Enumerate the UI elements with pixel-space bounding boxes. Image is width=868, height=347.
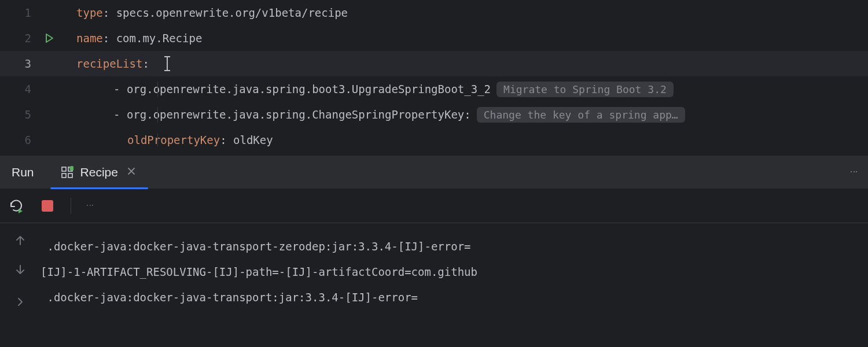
line-number: 2 [25, 32, 31, 45]
code-content[interactable]: - org.openrewrite.java.spring.ChangeSpri… [65, 107, 868, 123]
up-arrow-icon[interactable] [14, 235, 26, 249]
svg-rect-0 [62, 167, 66, 171]
line-number: 1 [25, 6, 31, 19]
panel-more-icon[interactable]: ⋮ [849, 168, 859, 177]
line-number: 3 [25, 57, 31, 70]
run-config-tab[interactable]: Recipe [50, 156, 148, 189]
code-content[interactable]: name: com.my.Recipe [65, 32, 868, 45]
toolbar-separator [71, 198, 71, 214]
rerun-button[interactable] [8, 198, 24, 214]
line-number: 5 [25, 108, 31, 121]
line-number: 4 [25, 83, 31, 95]
code-editor[interactable]: 1 type: specs.openrewrite.org/v1beta/rec… [0, 0, 868, 155]
console-gutter [0, 223, 41, 347]
code-content[interactable]: type: specs.openrewrite.org/v1beta/recip… [65, 6, 868, 19]
inlay-hint[interactable]: Change the key of a spring app… [477, 107, 685, 123]
run-config-icon [61, 166, 73, 179]
run-panel-header: Run Recipe ⋮ [0, 155, 868, 189]
toolbar-more-icon[interactable]: ⋮ [86, 202, 94, 210]
code-line[interactable]: 1 type: specs.openrewrite.org/v1beta/rec… [0, 0, 868, 25]
run-gutter-icon[interactable] [44, 33, 54, 43]
gutter: 6 [0, 134, 65, 146]
run-toolbar: ⋮ [0, 189, 868, 223]
code-content[interactable]: oldPropertyKey: oldKey [65, 134, 868, 146]
code-line[interactable]: 4 - org.openrewrite.java.spring.boot3.Up… [0, 76, 868, 102]
gutter: 2 [0, 32, 65, 45]
console-output[interactable]: .docker-java:docker-java-transport-zerod… [41, 223, 868, 347]
code-content[interactable]: recipeList: [65, 56, 868, 71]
line-number: 6 [25, 134, 31, 146]
code-line[interactable]: 6 oldPropertyKey: oldKey [0, 127, 868, 153]
run-config-tab-label: Recipe [80, 165, 118, 179]
console[interactable]: .docker-java:docker-java-transport-zerod… [0, 223, 868, 347]
code-content[interactable]: - org.openrewrite.java.spring.boot3.Upgr… [65, 82, 868, 97]
gutter: 5 [0, 108, 65, 121]
text-caret [167, 56, 168, 71]
gutter: 3 [0, 57, 65, 70]
stop-button[interactable] [39, 198, 56, 214]
chevron-right-icon[interactable] [16, 296, 25, 309]
code-line[interactable]: 5 - org.openrewrite.java.spring.ChangeSp… [0, 102, 868, 127]
code-line[interactable]: 2 name: com.my.Recipe [0, 25, 868, 51]
run-panel: ⋮ .docker-java:docker-java-transport-zer… [0, 189, 868, 347]
close-tab-icon[interactable] [125, 166, 138, 178]
indent-guide [157, 82, 158, 97]
code-line-active[interactable]: 3 recipeList: [0, 51, 868, 76]
indent-guide [157, 134, 158, 146]
gutter: 1 [0, 6, 65, 19]
indent-guide [157, 107, 158, 123]
inlay-hint[interactable]: Migrate to Spring Boot 3.2 [496, 82, 674, 97]
down-arrow-icon[interactable] [14, 264, 26, 278]
gutter: 4 [0, 83, 65, 95]
svg-rect-3 [68, 174, 72, 178]
active-tab-indicator [50, 187, 148, 189]
svg-rect-2 [62, 174, 66, 178]
run-panel-title: Run [12, 156, 50, 189]
